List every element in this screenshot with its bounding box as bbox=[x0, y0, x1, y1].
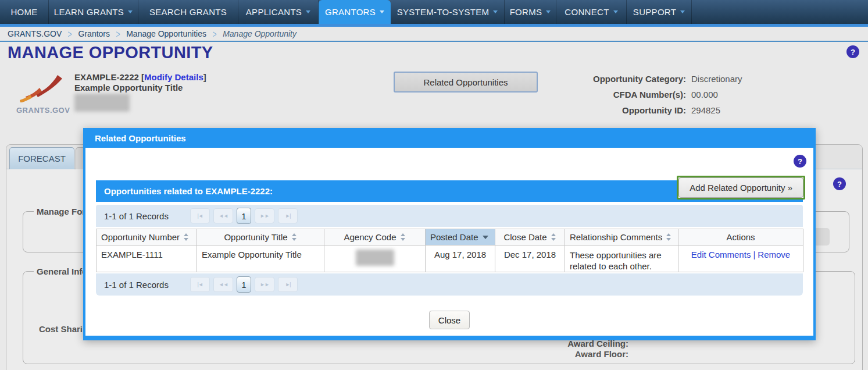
top-nav: HOME LEARN GRANTS SEARCH GRANTS APPLICAN… bbox=[0, 0, 868, 24]
caret-down-icon bbox=[680, 10, 685, 13]
pager: |◄ ◄◄ 1 ►► ►| bbox=[190, 276, 298, 293]
redacted-block bbox=[74, 94, 130, 112]
col-agency-code[interactable]: Agency Code bbox=[324, 229, 426, 246]
sort-icon bbox=[292, 233, 297, 241]
caret-down-icon bbox=[613, 10, 618, 13]
tab-forecast[interactable]: FORECAST bbox=[9, 147, 74, 169]
caret-down-icon bbox=[493, 10, 498, 13]
help-icon[interactable]: ? bbox=[833, 177, 846, 190]
opportunity-header: EXAMPLE-2222 [Modify Details] Example Op… bbox=[74, 72, 206, 93]
opportunity-title: Example Opportunity Title bbox=[74, 83, 206, 93]
opportunity-number: EXAMPLE-2222 bbox=[74, 72, 139, 82]
related-opportunities-modal: Related Opportunities ? Opportunities re… bbox=[83, 128, 816, 340]
breadcrumb-manage-opportunities[interactable]: Manage Opportunities bbox=[126, 29, 206, 38]
caret-down-icon bbox=[546, 10, 551, 13]
chevron-right-icon: > bbox=[68, 27, 72, 40]
col-close-date[interactable]: Close Date bbox=[495, 229, 565, 246]
help-icon[interactable]: ? bbox=[794, 155, 806, 168]
breadcrumb-home[interactable]: GRANTS.GOV bbox=[8, 29, 62, 38]
add-related-opportunity-button[interactable]: Add Related Opportunity » bbox=[678, 177, 803, 198]
meta-value: 294825 bbox=[691, 105, 720, 116]
col-opportunity-title[interactable]: Opportunity Title bbox=[197, 229, 324, 246]
nav-applicants[interactable]: APPLICANTS bbox=[238, 0, 319, 24]
remove-link[interactable]: Remove bbox=[758, 250, 790, 259]
sort-icon bbox=[401, 233, 406, 241]
caret-down-icon bbox=[128, 10, 133, 13]
cell-opportunity-number: EXAMPLE-1111 bbox=[97, 246, 197, 272]
add-related-opportunity-highlight: Add Related Opportunity » bbox=[677, 176, 805, 200]
nav-search-grants[interactable]: SEARCH GRANTS bbox=[138, 0, 238, 24]
nav-forms[interactable]: FORMS bbox=[505, 0, 556, 24]
table-row: EXAMPLE-1111 Example Opportunity Title A… bbox=[97, 246, 803, 272]
pager-prev-icon[interactable]: ◄◄ bbox=[213, 208, 233, 223]
cell-opportunity-title: Example Opportunity Title bbox=[197, 246, 324, 272]
pager-first-icon[interactable]: |◄ bbox=[190, 277, 210, 292]
modal-titlebar: Related Opportunities bbox=[85, 128, 813, 148]
col-relationship-comments[interactable]: Relationship Comments bbox=[565, 229, 678, 246]
related-section-title: Opportunities related to EXAMPLE-2222: bbox=[104, 186, 273, 196]
cost-sharing-label: Cost Shari bbox=[39, 324, 83, 334]
cell-actions: Edit Comments|Remove bbox=[678, 246, 803, 272]
records-count: 1-1 of 1 Records bbox=[104, 211, 169, 221]
sort-icon bbox=[666, 233, 671, 241]
pager: |◄ ◄◄ 1 ►► ►| bbox=[190, 208, 298, 224]
pagination-top: 1-1 of 1 Records |◄ ◄◄ 1 ►► ►| bbox=[96, 205, 803, 227]
cell-agency-code bbox=[324, 246, 426, 272]
cell-relationship-comments: These opportunities are related to each … bbox=[565, 246, 678, 272]
nav-system-to-system[interactable]: SYSTEM-TO-SYSTEM bbox=[391, 0, 505, 24]
meta-value: 00.000 bbox=[691, 90, 718, 100]
sort-icon bbox=[184, 233, 189, 241]
meta-value: Discretionary bbox=[691, 74, 742, 84]
award-labels: Award Ceiling: Award Floor: bbox=[501, 339, 628, 360]
pager-prev-icon[interactable]: ◄◄ bbox=[213, 277, 233, 292]
chevron-right-icon: > bbox=[212, 27, 216, 40]
logo-swoosh-icon bbox=[16, 73, 70, 102]
nav-home[interactable]: HOME bbox=[0, 0, 49, 24]
page-title: MANAGE OPPORTUNITY bbox=[8, 43, 213, 62]
fieldset-legend: Manage For bbox=[34, 207, 88, 216]
modal-title: Related Opportunities bbox=[95, 133, 186, 143]
sort-desc-icon bbox=[483, 236, 488, 239]
caret-down-icon bbox=[306, 10, 310, 13]
edit-comments-link[interactable]: Edit Comments bbox=[691, 250, 751, 259]
logo-text: GRANTS.GOV bbox=[16, 106, 74, 115]
meta-label: CFDA Number(s): bbox=[584, 90, 686, 100]
breadcrumb-current: Manage Opportunity bbox=[223, 29, 297, 38]
meta-label: Opportunity Category: bbox=[584, 74, 686, 84]
pager-page-1[interactable]: 1 bbox=[237, 276, 251, 293]
meta-label: Opportunity ID: bbox=[584, 105, 686, 116]
close-button[interactable]: Close bbox=[429, 311, 470, 329]
pager-next-icon[interactable]: ►► bbox=[255, 277, 274, 292]
award-floor-label: Award Floor: bbox=[501, 349, 628, 360]
caret-down-icon bbox=[380, 10, 384, 13]
cell-close-date: Dec 17, 2018 bbox=[495, 246, 565, 272]
pager-page-1[interactable]: 1 bbox=[237, 208, 251, 224]
opportunity-meta: Opportunity Category:Discretionary CFDA … bbox=[584, 74, 742, 121]
grants-gov-logo: GRANTS.GOV bbox=[16, 73, 74, 115]
modal-body: ? Opportunities related to EXAMPLE-2222:… bbox=[85, 148, 813, 336]
related-section-bar: Opportunities related to EXAMPLE-2222: A… bbox=[96, 180, 803, 202]
chevron-right-icon: > bbox=[116, 27, 120, 40]
col-opportunity-number[interactable]: Opportunity Number bbox=[97, 229, 197, 246]
pager-last-icon[interactable]: ►| bbox=[278, 208, 298, 223]
redacted-block bbox=[356, 250, 394, 266]
nav-learn-grants[interactable]: LEARN GRANTS bbox=[49, 0, 138, 24]
col-posted-date[interactable]: Posted Date bbox=[426, 229, 495, 246]
help-icon[interactable]: ? bbox=[846, 45, 859, 58]
sort-icon bbox=[551, 233, 556, 241]
page: HOME LEARN GRANTS SEARCH GRANTS APPLICAN… bbox=[0, 0, 868, 370]
nav-grantors[interactable]: GRANTORS bbox=[319, 0, 391, 24]
fieldset-legend: General Info bbox=[34, 266, 91, 276]
related-opportunities-table: Opportunity Number Opportunity Title Age… bbox=[96, 229, 803, 272]
related-opportunities-button[interactable]: Related Opportunities bbox=[394, 72, 538, 92]
breadcrumb: GRANTS.GOV > Grantors > Manage Opportuni… bbox=[0, 27, 868, 42]
cell-posted-date: Aug 17, 2018 bbox=[426, 246, 495, 272]
pager-next-icon[interactable]: ►► bbox=[255, 208, 274, 223]
modify-details-link[interactable]: Modify Details bbox=[144, 72, 203, 82]
pager-last-icon[interactable]: ►| bbox=[278, 277, 298, 292]
records-count: 1-1 of 1 Records bbox=[104, 280, 169, 290]
pager-first-icon[interactable]: |◄ bbox=[190, 208, 210, 223]
nav-support[interactable]: SUPPORT bbox=[627, 0, 692, 24]
breadcrumb-grantors[interactable]: Grantors bbox=[78, 29, 110, 38]
nav-connect[interactable]: CONNECT bbox=[556, 0, 627, 24]
